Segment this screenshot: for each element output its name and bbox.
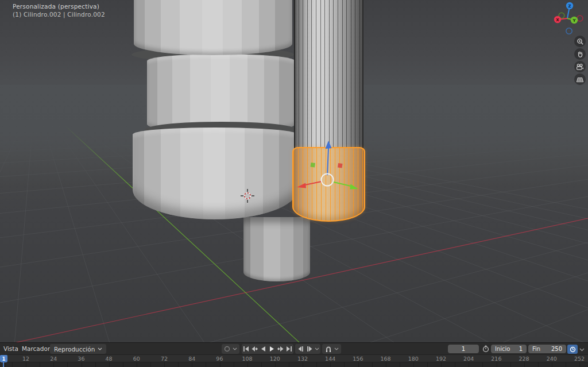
gizmo-z-axis-arrow[interactable]: [327, 148, 328, 175]
frame-back-button[interactable]: [296, 345, 304, 353]
nav-y-label: Y: [572, 18, 576, 23]
menu-vista[interactable]: Vista: [3, 345, 18, 352]
play-reverse-button[interactable]: [260, 345, 268, 353]
end-frame-label: Fin: [532, 346, 540, 352]
gizmo-plane-handle-green[interactable]: [311, 163, 316, 168]
gizmo-y-arrowhead[interactable]: [350, 184, 359, 190]
jump-end-icon: [286, 346, 292, 351]
menu-marcador[interactable]: Marcador: [22, 345, 50, 352]
ruler-frame-label: 168: [376, 356, 396, 362]
move-gizmo[interactable]: [297, 141, 358, 190]
ruler-frame-label: 228: [514, 356, 534, 362]
magnet-icon: [325, 346, 332, 352]
next-keyframe-button[interactable]: [276, 345, 284, 353]
timeline-ruler[interactable]: 1 12243648607284961081201321441561681801…: [0, 355, 588, 362]
grid-icon: [576, 76, 584, 83]
nav-neg-x-ball[interactable]: [577, 16, 583, 21]
ruler-frame-label: 180: [404, 356, 423, 362]
ruler-frame-label: 252: [570, 356, 588, 362]
frame-step-controls: [295, 344, 320, 354]
start-frame-label: Inicio: [495, 346, 510, 352]
chevron-down-icon: [233, 347, 237, 350]
3d-cursor: [241, 189, 254, 203]
playhead-line[interactable]: [3, 362, 4, 367]
ruler-frame-label: 216: [486, 356, 506, 362]
jump-start-icon: [243, 346, 249, 351]
preview-range-button[interactable]: [482, 345, 490, 353]
jump-end-button[interactable]: [285, 345, 293, 353]
gizmo-y-axis-arrow[interactable]: [334, 182, 351, 186]
ruler-frame-label: 240: [542, 356, 562, 362]
jump-start-button[interactable]: [242, 345, 250, 353]
gizmo-x-axis-arrow[interactable]: [305, 181, 322, 185]
prev-keyframe-button[interactable]: [251, 345, 259, 353]
timeline-editor-icon: [570, 346, 576, 353]
ruler-frame-label: 192: [431, 356, 451, 362]
hand-icon: [577, 51, 584, 58]
ruler-frame-label: 84: [182, 356, 202, 362]
gizmo-center-ring[interactable]: [322, 174, 334, 186]
snap-controls: [322, 344, 341, 354]
play-button[interactable]: [268, 345, 276, 353]
nav-x-label: X: [556, 18, 559, 22]
ruler-frame-label: 60: [127, 356, 146, 362]
zoom-button[interactable]: [574, 36, 586, 47]
end-frame-field[interactable]: Fin 250: [528, 345, 566, 353]
play-reverse-icon: [261, 346, 266, 351]
nav-neg-z-ball[interactable]: [566, 28, 572, 34]
stopwatch-icon: [482, 345, 489, 353]
ruler-frame-label: 36: [71, 356, 91, 362]
frame-forward-icon: [307, 346, 312, 351]
sync-dropdown[interactable]: [222, 344, 239, 354]
viewport-tools: [574, 36, 586, 85]
view-name-label: Personalizada (perspectiva): [13, 3, 99, 10]
gizmo-z-arrowhead[interactable]: [326, 141, 332, 149]
ruler-frame-label: 12: [16, 356, 36, 362]
gizmo-overlay: [0, 0, 588, 342]
camera-icon: [576, 63, 584, 71]
ruler-frame-label: 96: [210, 356, 229, 362]
chevron-down-icon: [98, 347, 102, 350]
sync-icon: [224, 346, 230, 352]
active-object-label: (1) Cilindro.002 | Cilindro.002: [13, 11, 105, 18]
ruler-frame-label: 48: [99, 356, 119, 362]
timeline-editor: Vista Marcador Reproducción: [0, 342, 588, 367]
gizmo-x-arrowhead[interactable]: [297, 183, 306, 188]
transport-controls: [242, 344, 293, 354]
timeline-track-strip[interactable]: [0, 362, 588, 367]
chevron-down-icon[interactable]: [334, 347, 339, 350]
chevron-down-icon[interactable]: [315, 347, 319, 350]
timeline-header: Vista Marcador Reproducción: [0, 342, 588, 355]
ruler-frame-label: 120: [265, 356, 285, 362]
frame-forward-button[interactable]: [305, 345, 314, 353]
editor-type-button[interactable]: [567, 345, 578, 354]
magnifier-icon: [577, 38, 584, 45]
ruler-frame-label: 132: [293, 356, 312, 362]
3d-viewport[interactable]: Personalizada (perspectiva) (1) Cilindro…: [0, 0, 588, 342]
play-icon: [269, 346, 274, 351]
frame-back-icon: [298, 346, 303, 351]
blender-window: Personalizada (perspectiva) (1) Cilindro…: [0, 0, 588, 367]
ruler-frame-label: 144: [320, 356, 340, 362]
start-frame-field[interactable]: Inicio 1: [491, 345, 527, 353]
ruler-frame-label: 156: [348, 356, 368, 362]
menu-reproduccion[interactable]: Reproducción: [50, 344, 106, 354]
grid-button[interactable]: [574, 74, 586, 85]
navigation-gizmo[interactable]: Z X Y: [546, 0, 588, 39]
ruler-frame-label: 204: [459, 356, 478, 362]
camera-button[interactable]: [574, 61, 586, 72]
nav-z-label: Z: [568, 4, 571, 9]
chevron-down-icon[interactable]: [579, 348, 585, 351]
ruler-frame-label: 108: [238, 356, 257, 362]
pan-button[interactable]: [574, 48, 586, 60]
ruler-frame-label: 72: [154, 356, 174, 362]
playhead[interactable]: 1: [0, 355, 7, 362]
current-frame-field[interactable]: 1: [448, 345, 479, 353]
snap-toggle-button[interactable]: [324, 345, 332, 353]
gizmo-plane-handle-red[interactable]: [338, 163, 343, 168]
prev-keyframe-icon: [252, 346, 258, 351]
ruler-frame-label: 24: [44, 356, 63, 362]
next-keyframe-icon: [277, 346, 284, 351]
